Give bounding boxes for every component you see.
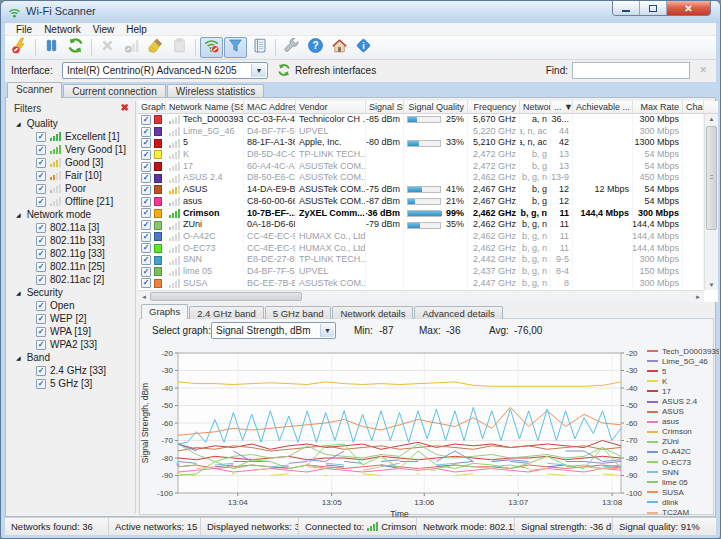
column-header-signal-str-[interactable]: Signal Str... xyxy=(366,101,404,113)
checkbox-icon[interactable]: ✓ xyxy=(36,184,46,194)
graph-type-select[interactable]: Signal Strength, dBm ▼ xyxy=(211,322,336,339)
filter-item-802-11n-25-[interactable]: ✓802.11n [25] xyxy=(9,260,135,273)
filter-item-wep-2-[interactable]: ✓WEP [2] xyxy=(9,312,135,325)
table-row[interactable]: ✓O-A42CCC-4E-EC-9B...HUMAX Co., Ltd.2,46… xyxy=(138,231,718,243)
column-header-vendor[interactable]: Vendor xyxy=(296,101,366,113)
table-row[interactable]: ✓ASUS14-DA-E9-BB-...ASUSTek COM...-75 dB… xyxy=(138,184,718,196)
row-checkbox[interactable]: ✓ xyxy=(141,127,151,137)
row-checkbox[interactable]: ✓ xyxy=(141,162,151,172)
titlebar[interactable]: Wi-Fi Scanner ✕ xyxy=(1,1,720,23)
column-header--[interactable]: ... ▼ xyxy=(551,101,573,113)
table-row[interactable]: ✓588-1F-A1-36-...Apple, Inc.-80 dBm33%5,… xyxy=(138,137,718,149)
filter-item-very-good-1-[interactable]: ✓Very Good [1] xyxy=(9,143,135,156)
graph-tab-5-ghz-band[interactable]: 5 GHz band xyxy=(265,306,332,319)
vertical-scroll-thumb[interactable] xyxy=(706,126,717,230)
refresh-interfaces-icon[interactable] xyxy=(277,63,291,79)
row-checkbox[interactable]: ✓ xyxy=(141,278,151,288)
filter-item-offline-21-[interactable]: ✓Offline [21] xyxy=(9,195,135,208)
checkbox-icon[interactable]: ✓ xyxy=(36,197,46,207)
help-button[interactable]: ? xyxy=(304,37,327,58)
filter-item-wpa-19-[interactable]: ✓WPA [19] xyxy=(9,325,135,338)
interface-select[interactable]: Intel(R) Centrino(R) Advanced-N 6205 ▼ xyxy=(62,62,268,79)
column-header-graph[interactable]: Graph xyxy=(138,101,166,113)
checkbox-icon[interactable]: ✓ xyxy=(36,366,46,376)
filter-item-802-11ac-2-[interactable]: ✓802.11ac [2] xyxy=(9,273,135,286)
table-row[interactable]: ✓Tech_D0003939CC-03-FA-47-...Technicolor… xyxy=(138,114,718,126)
close-button[interactable]: ✕ xyxy=(667,1,710,15)
checkbox-icon[interactable]: ✓ xyxy=(36,249,46,259)
table-row[interactable]: ✓ASUS 2.4D8-50-E6-CA-...ASUSTek COM...2,… xyxy=(138,172,718,184)
table-row[interactable]: ✓asusC8-60-00-66-...ASUSTek COM...-87 dB… xyxy=(138,196,718,208)
table-row[interactable]: ✓SNNE8-DE-27-88-...TP-LINK TECH...2,442 … xyxy=(138,254,718,266)
filter-item-excellent-1-[interactable]: ✓Excellent [1] xyxy=(9,130,135,143)
row-checkbox[interactable]: ✓ xyxy=(141,208,151,218)
refresh-button[interactable] xyxy=(64,37,87,58)
log-button[interactable] xyxy=(248,37,271,58)
checkbox-icon[interactable]: ✓ xyxy=(36,275,46,285)
delete-button[interactable] xyxy=(96,37,119,58)
checkbox-icon[interactable]: ✓ xyxy=(36,223,46,233)
close-filters-icon[interactable]: ✖ xyxy=(121,103,129,113)
row-checkbox[interactable]: ✓ xyxy=(141,267,151,277)
paste-button[interactable] xyxy=(168,37,191,58)
menu-help[interactable]: Help xyxy=(120,24,153,35)
refresh-interfaces-button[interactable]: Refresh interfaces xyxy=(295,65,376,76)
row-checkbox[interactable]: ✓ xyxy=(141,232,151,242)
checkbox-icon[interactable]: ✓ xyxy=(36,340,46,350)
scroll-up-icon[interactable]: ▲ xyxy=(705,116,718,122)
signal-stop-button[interactable] xyxy=(120,37,143,58)
table-row[interactable]: ✓KD8-5D-4C-CF-...TP-LINK TECH...2,472 GH… xyxy=(138,149,718,161)
row-checkbox[interactable]: ✓ xyxy=(141,255,151,265)
table-row[interactable]: ✓O-EC73CC-4E-EC-9E...HUMAX Co., Ltd.2,46… xyxy=(138,243,718,255)
tree-expander-icon[interactable]: ◢ xyxy=(16,289,21,296)
filter-section-security[interactable]: ◢Security xyxy=(9,286,135,299)
menu-view[interactable]: View xyxy=(87,24,121,35)
filter-item-802-11b-33-[interactable]: ✓802.11b [33] xyxy=(9,234,135,247)
column-header-network-[interactable]: Network ... xyxy=(520,101,551,113)
graph-tab-graphs[interactable]: Graphs xyxy=(141,304,188,319)
settings-button[interactable] xyxy=(280,37,303,58)
column-header-signal-quality[interactable]: Signal Quality xyxy=(404,101,468,113)
checkbox-icon[interactable]: ✓ xyxy=(36,314,46,324)
horizontal-scroll-thumb[interactable] xyxy=(150,292,302,301)
row-checkbox[interactable]: ✓ xyxy=(141,220,151,230)
column-header-mac-address-[interactable]: MAC Address... xyxy=(244,101,296,113)
column-header-achievable-[interactable]: Achievable ... xyxy=(573,101,633,113)
row-checkbox[interactable]: ✓ xyxy=(141,197,151,207)
filter-section-network-mode[interactable]: ◢Network mode xyxy=(9,208,135,221)
wifi-stop-button[interactable] xyxy=(200,37,223,58)
checkbox-icon[interactable]: ✓ xyxy=(36,158,46,168)
filter-item-802-11g-33-[interactable]: ✓802.11g [33] xyxy=(9,247,135,260)
row-checkbox[interactable]: ✓ xyxy=(141,243,151,253)
filter-item-wpa2-33-[interactable]: ✓WPA2 [33] xyxy=(9,338,135,351)
checkbox-icon[interactable]: ✓ xyxy=(36,379,46,389)
row-checkbox[interactable]: ✓ xyxy=(141,173,151,183)
tab-scanner[interactable]: Scanner xyxy=(7,82,62,98)
checkbox-icon[interactable]: ✓ xyxy=(36,171,46,181)
graph-tab-network-details[interactable]: Network details xyxy=(332,306,413,319)
graph-tab-2-4-ghz-band[interactable]: 2.4 GHz band xyxy=(189,306,264,319)
tree-expander-icon[interactable]: ◢ xyxy=(16,211,21,218)
tree-expander-icon[interactable]: ◢ xyxy=(16,354,21,361)
clear-button[interactable] xyxy=(144,37,167,58)
row-checkbox[interactable]: ✓ xyxy=(141,138,151,148)
filter-section-quality[interactable]: ◢Quality xyxy=(9,117,135,130)
menu-file[interactable]: File xyxy=(10,24,38,35)
horizontal-scrollbar[interactable]: ◄ ► xyxy=(138,290,704,302)
tree-expander-icon[interactable]: ◢ xyxy=(16,120,21,127)
checkbox-icon[interactable]: ✓ xyxy=(36,132,46,142)
scroll-left-icon[interactable]: ◄ xyxy=(141,294,147,300)
minimize-button[interactable] xyxy=(613,1,640,15)
tab-wireless-statistics[interactable]: Wireless statistics xyxy=(167,84,264,98)
column-header-frequency[interactable]: Frequency xyxy=(468,101,520,113)
filter-item-fair-10-[interactable]: ✓Fair [10] xyxy=(9,169,135,182)
vertical-scrollbar[interactable]: ▲ ▼ xyxy=(704,114,718,290)
filter-item-2-4-ghz-33-[interactable]: ✓2.4 GHz [33] xyxy=(9,364,135,377)
column-header-network-name-ssid-[interactable]: Network Name (SSID) xyxy=(166,101,244,113)
filter-item-5-ghz-3-[interactable]: ✓5 GHz [3] xyxy=(9,377,135,390)
table-row[interactable]: ✓Crimson10-7B-EF-...ZyXEL Comm...-36 dBm… xyxy=(138,208,718,220)
table-row[interactable]: ✓1760-A4-4C-A3-...ASUSTek COM...2,472 GH… xyxy=(138,161,718,173)
filter-button[interactable] xyxy=(224,37,247,58)
filter-item-poor[interactable]: ✓Poor xyxy=(9,182,135,195)
clear-find-icon[interactable]: ✕ xyxy=(699,65,707,75)
